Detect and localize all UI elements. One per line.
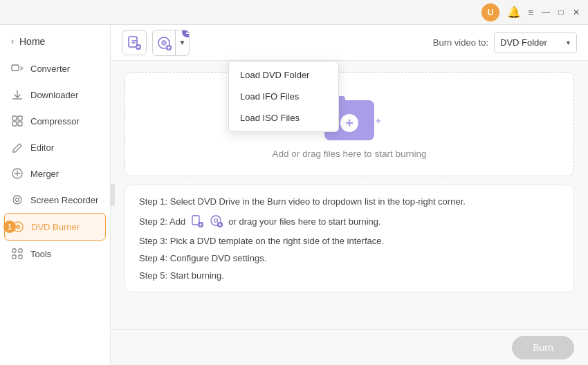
sidebar-item-tools[interactable]: Tools: [0, 241, 110, 267]
dvd-dropdown-menu: Load DVD Folder Load IFO Files Load ISO …: [228, 61, 339, 132]
hamburger-icon[interactable]: ≡: [526, 8, 535, 17]
home-label: Home: [19, 36, 45, 47]
burn-to-select[interactable]: DVD Folder ISO File DVD Disc: [494, 32, 577, 53]
window-controls: ≡ — □ ✕: [526, 8, 581, 17]
folder-plus-icon: +: [340, 114, 358, 132]
downloader-icon: [11, 88, 24, 101]
bottom-bar: Burn: [111, 329, 588, 365]
sidebar-item-screen-recorder-label: Screen Recorder: [30, 195, 98, 205]
sidebar-item-dvd-burner-label: DVD Burner: [31, 222, 80, 232]
svg-rect-12: [19, 249, 22, 252]
sidebar-collapse-handle[interactable]: ‹: [111, 184, 115, 206]
svg-point-7: [16, 198, 19, 202]
svg-point-19: [163, 42, 165, 44]
svg-rect-0: [12, 65, 19, 71]
merger-icon: [11, 167, 24, 180]
dvd-icon: [153, 30, 175, 55]
sidebar-item-tools-label: Tools: [30, 249, 51, 259]
screen-recorder-icon: [11, 194, 24, 206]
burn-to-label: Burn video to:: [433, 37, 488, 48]
converter-icon: [11, 62, 24, 75]
svg-rect-21: [192, 216, 199, 225]
add-file-button[interactable]: [122, 30, 147, 55]
dropdown-load-iso-files[interactable]: Load ISO Files: [229, 107, 338, 129]
svg-rect-13: [12, 255, 16, 259]
content-area: ‹ 2: [111, 25, 588, 365]
sidebar-item-downloader[interactable]: Downloader: [0, 82, 110, 108]
instruction-step2: Step 2: Add: [139, 214, 560, 229]
svg-point-10: [17, 226, 19, 227]
svg-point-24: [214, 219, 218, 223]
title-bar: U 🔔 ≡ — □ ✕: [0, 0, 588, 25]
burn-button[interactable]: Burn: [512, 336, 574, 359]
main-layout: ‹ Home Converter Downloader: [0, 25, 588, 365]
dropdown-load-dvd-folder[interactable]: Load DVD Folder: [229, 64, 338, 86]
tools-icon: [11, 247, 24, 260]
minimize-button[interactable]: —: [541, 8, 551, 17]
burn-to-wrapper: DVD Folder ISO File DVD Disc: [494, 32, 577, 53]
sparkle-right-icon: ✦: [374, 115, 383, 127]
dvd-burner-badge: 1: [3, 221, 16, 233]
svg-rect-4: [18, 122, 22, 126]
add-file-inline-icon: [190, 214, 205, 229]
sidebar-item-merger[interactable]: Merger: [0, 160, 110, 187]
sidebar-item-screen-recorder[interactable]: Screen Recorder: [0, 187, 110, 213]
svg-rect-11: [12, 249, 16, 252]
instructions-panel: Step 1: Select DVD Drive in the Burn vid…: [125, 185, 574, 292]
sidebar-item-converter[interactable]: Converter: [0, 55, 110, 82]
maximize-button[interactable]: □: [556, 8, 566, 17]
svg-rect-2: [18, 116, 22, 120]
drop-zone-wrapper: + ✦ ✦ Add or drag files here to start bu…: [111, 61, 588, 329]
add-dvd-button[interactable]: 2 ▼: [152, 30, 190, 56]
sidebar-item-compressor[interactable]: Compressor: [0, 108, 110, 134]
back-arrow-icon: ‹: [11, 37, 14, 46]
sidebar-item-converter-label: Converter: [30, 64, 70, 74]
sidebar-item-dvd-burner[interactable]: 1 DVD Burner: [4, 213, 106, 241]
svg-rect-14: [19, 255, 22, 259]
svg-rect-15: [129, 37, 137, 47]
sidebar-item-editor-label: Editor: [30, 142, 54, 153]
dropdown-badge: 2: [182, 30, 190, 37]
sidebar-item-editor[interactable]: Editor: [0, 134, 110, 160]
dropdown-load-ifo-files[interactable]: Load IFO Files: [229, 86, 338, 107]
editor-icon: [11, 141, 24, 153]
toolbar: 2 ▼ Burn video to: DVD Folder: [111, 25, 588, 61]
sidebar-item-downloader-label: Downloader: [30, 90, 78, 100]
notification-icon[interactable]: 🔔: [505, 3, 523, 21]
sidebar-item-merger-label: Merger: [30, 169, 59, 179]
add-dvd-inline-icon: [209, 214, 224, 229]
instruction-step3: Step 3: Pick a DVD template on the right…: [139, 236, 560, 246]
svg-rect-1: [12, 116, 17, 120]
drop-zone[interactable]: + ✦ ✦ Add or drag files here to start bu…: [125, 72, 574, 176]
instruction-step1: Step 1: Select DVD Drive in the Burn vid…: [139, 196, 560, 207]
close-button[interactable]: ✕: [571, 8, 581, 17]
sidebar-item-compressor-label: Compressor: [30, 116, 80, 127]
instruction-step4: Step 4: Configure DVD settings.: [139, 253, 560, 263]
svg-point-6: [13, 196, 21, 204]
sidebar: ‹ Home Converter Downloader: [0, 25, 111, 365]
home-nav[interactable]: ‹ Home: [0, 30, 110, 55]
compressor-icon: [11, 115, 24, 127]
drop-zone-text: Add or drag files here to start burning: [273, 149, 427, 159]
instruction-step5: Step 5: Start burning.: [139, 270, 560, 281]
svg-rect-3: [12, 122, 17, 126]
user-avatar[interactable]: U: [481, 3, 499, 21]
